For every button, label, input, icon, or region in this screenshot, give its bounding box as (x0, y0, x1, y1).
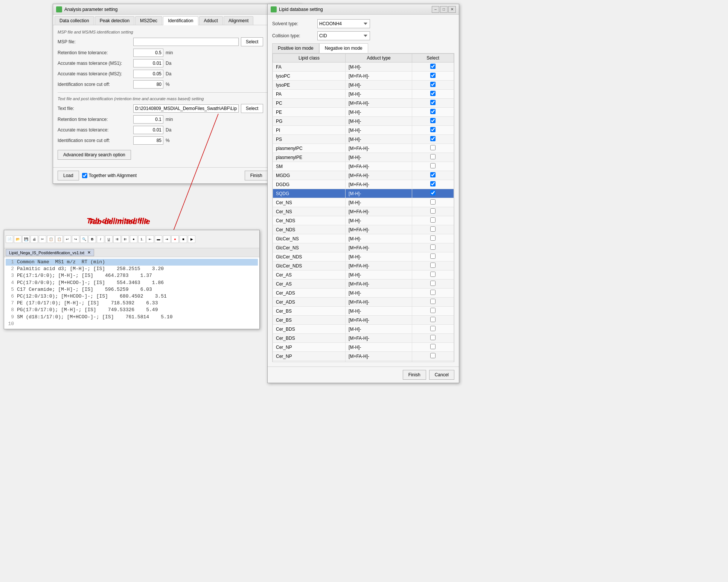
mass-tol2-input[interactable] (133, 126, 163, 134)
lipid-checkbox[interactable] (430, 208, 436, 214)
lipid-checkbox[interactable] (430, 64, 436, 69)
toolbar-undo[interactable]: ↩ (64, 235, 71, 243)
lipid-checkbox[interactable] (430, 127, 436, 132)
lipid-checkbox[interactable] (430, 244, 436, 250)
advanced-search-button[interactable]: Advanced library search option (58, 150, 131, 160)
editor-line[interactable]: 8PG(17:0/17:0); [M-H]-; [IS] 749.53326 5… (6, 307, 258, 313)
tab-peak-detection[interactable]: Peak detection (95, 16, 134, 25)
ms1-tol-input[interactable] (133, 59, 163, 67)
lipid-checkbox[interactable] (430, 226, 436, 232)
lipid-checkbox[interactable] (430, 181, 436, 186)
lipid-close-button[interactable]: ✕ (448, 6, 456, 13)
editor-line[interactable]: 2Palmitic acid d3; [M-H]-; [IS] 258.2515… (6, 266, 258, 272)
toolbar-new[interactable]: 📄 (6, 235, 13, 243)
finish-button[interactable]: Finish (245, 171, 268, 180)
toolbar-open[interactable]: 📂 (14, 235, 21, 243)
select-cell (412, 153, 454, 162)
toolbar-play[interactable]: ▶ (188, 235, 195, 243)
lipid-checkbox[interactable] (430, 235, 436, 241)
lipid-checkbox[interactable] (430, 190, 436, 196)
msp-select-button[interactable]: Select (241, 37, 263, 46)
lipid-checkbox[interactable] (430, 172, 436, 177)
editor-line[interactable]: 1Common Name MS1 m/z RT (min) (6, 259, 258, 266)
alignment-checkbox[interactable] (82, 173, 87, 178)
lipid-checkbox[interactable] (430, 353, 436, 358)
msp-input[interactable] (133, 38, 239, 46)
lipid-checkbox[interactable] (430, 281, 436, 286)
lipid-checkbox[interactable] (430, 317, 436, 322)
lipid-checkbox[interactable] (430, 154, 436, 159)
editor-file-tab[interactable]: Lipid_Nega_IS_PostIdentification_vs1.txt… (6, 249, 94, 256)
lipid-minimize-button[interactable]: – (432, 6, 439, 13)
lipid-checkbox[interactable] (430, 100, 436, 105)
adduct-type-cell: [M+FA-H]- (346, 162, 412, 171)
editor-line[interactable]: 10 (6, 321, 258, 327)
tab-data-collection[interactable]: Data collection (55, 16, 94, 25)
toolbar-paste[interactable]: 📋 (55, 235, 63, 243)
positive-ion-tab[interactable]: Positive ion mode (272, 43, 319, 53)
lipid-checkbox[interactable] (430, 254, 436, 259)
lipid-checkbox[interactable] (430, 163, 436, 168)
text-file-input[interactable] (133, 104, 239, 113)
editor-line[interactable]: 5C17 Ceramide; [M-H]-; [IS] 596.5259 6.0… (6, 286, 258, 293)
ms2-tol-input[interactable] (133, 70, 163, 78)
toolbar-indent[interactable]: ⇉ (113, 235, 121, 243)
toolbar-align-r[interactable]: ⇥ (163, 235, 171, 243)
toolbar-copy[interactable]: 📋 (47, 235, 55, 243)
lipid-checkbox[interactable] (430, 326, 436, 331)
toolbar-save[interactable]: 💾 (22, 235, 30, 243)
score2-input[interactable] (133, 136, 163, 145)
lipid-checkbox[interactable] (430, 263, 436, 268)
lipid-checkbox[interactable] (430, 73, 436, 78)
lipid-checkbox[interactable] (430, 290, 436, 295)
lipid-finish-button[interactable]: Finish (403, 370, 426, 380)
toolbar-align-c[interactable]: ▬ (155, 235, 162, 243)
score1-input[interactable] (133, 80, 163, 89)
toolbar-align-l[interactable]: ⇤ (146, 235, 154, 243)
lipid-checkbox[interactable] (430, 335, 436, 340)
editor-line[interactable]: 6PC(12:0/13:0); [M+HCOO-]-; [IS] 680.450… (6, 293, 258, 300)
lipid-checkbox[interactable] (430, 82, 436, 87)
lipid-checkbox[interactable] (430, 145, 436, 150)
tab-ms2dec[interactable]: MS2Dec (135, 16, 162, 25)
lipid-checkbox[interactable] (430, 308, 436, 313)
toolbar-stop[interactable]: ■ (180, 235, 187, 243)
toolbar-u[interactable]: U (105, 235, 113, 243)
editor-line[interactable]: 9SM (d18:1/17:0); [M+HCOO-]-; [IS] 761.5… (6, 314, 258, 321)
tab-identification[interactable]: Identification (163, 16, 198, 25)
toolbar-find[interactable]: 🔍 (80, 235, 88, 243)
toolbar-print[interactable]: 🖨 (30, 235, 38, 243)
lipid-checkbox[interactable] (430, 217, 436, 223)
toolbar-record[interactable]: ● (171, 235, 179, 243)
editor-tab-close[interactable]: ✕ (87, 250, 91, 255)
lipid-checkbox[interactable] (430, 299, 436, 304)
tab-adduct[interactable]: Adduct (199, 16, 223, 25)
tab-alignment[interactable]: Alignment (224, 16, 253, 25)
toolbar-outdent[interactable]: ⇇ (122, 235, 129, 243)
lipid-cancel-button[interactable]: Cancel (429, 370, 454, 380)
toolbar-bullet[interactable]: ● (130, 235, 137, 243)
lipid-maximize-button[interactable]: □ (440, 6, 448, 13)
lipid-checkbox[interactable] (430, 109, 436, 114)
toolbar-b[interactable]: B (88, 235, 96, 243)
lipid-checkbox[interactable] (430, 344, 436, 349)
toolbar-i[interactable]: I (97, 235, 104, 243)
rt-tol2-input[interactable] (133, 115, 163, 124)
toolbar-num[interactable]: 1. (138, 235, 146, 243)
solvent-select[interactable]: HCOONH4 CH3COONH4 HCOOH (317, 19, 370, 28)
editor-line[interactable]: 7PE (17:0/17:0); [M-H]-; [IS] 718.5392 6… (6, 300, 258, 307)
toolbar-redo[interactable]: ↪ (72, 235, 79, 243)
editor-line[interactable]: 4PC(17:0/0:0); [M+HCOO-]-; [IS] 554.3463… (6, 280, 258, 286)
lipid-checkbox[interactable] (430, 118, 436, 123)
lipid-checkbox[interactable] (430, 272, 436, 277)
lipid-checkbox[interactable] (430, 91, 436, 96)
lipid-checkbox[interactable] (430, 136, 436, 141)
toolbar-cut[interactable]: ✂ (39, 235, 46, 243)
text-select-button[interactable]: Select (241, 104, 263, 113)
load-button[interactable]: Load (58, 171, 79, 180)
rt-tol-input[interactable] (133, 49, 163, 57)
negative-ion-tab[interactable]: Negative ion mode (319, 43, 368, 53)
lipid-checkbox[interactable] (430, 199, 436, 205)
collision-select[interactable]: CID HCD (317, 31, 370, 40)
editor-line[interactable]: 3PE(17:1/0:0); [M-H]-; [IS] 464.2783 1.3… (6, 272, 258, 279)
